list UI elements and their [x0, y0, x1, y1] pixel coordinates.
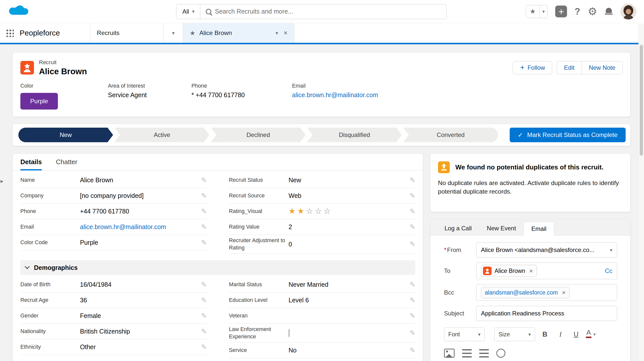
tab-actions-chevron-icon[interactable]: ▾ [276, 30, 278, 36]
demographics-left-column: Date of Birth 16/04/1984 ✎ Recruit Age 3… [20, 277, 207, 358]
salesforce-logo-icon[interactable] [8, 4, 30, 19]
main-content: Recruit Alice Brown + Follow Edit New No… [13, 52, 630, 361]
font-select[interactable]: Font ▾ [444, 328, 485, 341]
user-avatar[interactable] [620, 4, 636, 20]
field-row-email: Email alice.brown.hr@mailinator.com ✎ [20, 219, 207, 235]
email-link[interactable]: alice.brown.hr@mailinator.com [292, 91, 623, 99]
edit-pencil-icon[interactable]: ✎ [410, 346, 415, 354]
nav-tab-dropdown[interactable]: ▾ [164, 23, 183, 43]
global-actions-button[interactable]: + [555, 6, 567, 17]
setup-gear-icon[interactable]: ⚙ [588, 6, 597, 17]
numbered-list-icon[interactable] [479, 349, 489, 358]
edit-pencil-icon[interactable]: ✎ [410, 240, 415, 248]
help-icon[interactable]: ? [575, 6, 580, 17]
notifications-bell-icon[interactable] [605, 8, 613, 16]
edit-pencil-icon[interactable]: ✎ [410, 281, 415, 289]
duplicates-body: No duplicate rules are activated. Activa… [438, 179, 623, 196]
path-stage-converted[interactable]: Converted [403, 128, 498, 142]
tab-new-event[interactable]: New Event [479, 222, 524, 235]
recruit-mini-icon [483, 267, 492, 275]
plus-icon: + [520, 64, 525, 71]
tab-chatter[interactable]: Chatter [56, 154, 77, 170]
app-launcher-button[interactable] [0, 23, 20, 43]
edit-pencil-icon[interactable]: ✎ [410, 223, 415, 231]
edit-pencil-icon[interactable]: ✎ [201, 281, 207, 289]
size-select[interactable]: Size ▾ [494, 328, 535, 341]
edit-button[interactable]: Edit [557, 61, 582, 74]
tab-email[interactable]: Email [524, 222, 554, 235]
chevron-down-icon[interactable]: ▾ [540, 5, 547, 18]
path-card: New Active Declined Disqualified Convert… [13, 124, 630, 146]
nav-tab-recruits[interactable]: Recruits [90, 23, 164, 43]
favorites-button[interactable]: ★ ▾ [526, 5, 548, 18]
expand-left-panel-arrow[interactable]: ▸ [1, 178, 4, 185]
bulleted-list-icon[interactable] [462, 349, 472, 358]
bcc-field[interactable]: alandsman@salesforce.com × [476, 284, 617, 301]
edit-pencil-icon[interactable]: ✎ [410, 312, 415, 320]
section-demographics[interactable]: Demographics [20, 260, 415, 275]
duplicates-icon [438, 161, 450, 173]
favorites-star-icon[interactable]: ★ [526, 5, 540, 18]
text-color-button[interactable]: A ▾ [586, 329, 596, 340]
cc-link[interactable]: Cc [605, 267, 612, 274]
follow-button[interactable]: + Follow [513, 61, 552, 74]
bcc-recipient-pill[interactable]: alandsman@salesforce.com × [481, 287, 570, 298]
edit-pencil-icon[interactable]: ✎ [201, 176, 207, 184]
to-recipient-pill[interactable]: Alice Brown × [481, 265, 537, 277]
rating-stars[interactable]: ★★☆☆☆ [289, 207, 332, 215]
edit-pencil-icon[interactable]: ✎ [201, 296, 207, 304]
edit-pencil-icon[interactable]: ✎ [410, 296, 415, 304]
record-detail-card: Details Chatter Name Alice Brown ✎ Compa… [13, 154, 423, 361]
to-field[interactable]: Alice Brown × Cc [476, 263, 617, 279]
tab-log-a-call[interactable]: Log a Call [437, 222, 479, 235]
edit-pencil-icon[interactable]: ✎ [201, 239, 207, 247]
edit-pencil-icon[interactable]: ✎ [201, 223, 207, 231]
edit-pencil-icon[interactable]: ✎ [201, 312, 207, 320]
duplicates-card: We found no potential duplicates of this… [430, 154, 630, 212]
search-input[interactable] [215, 8, 446, 15]
field-row-recruit-status: Recruit Status New ✎ [229, 172, 415, 188]
detail-tabs: Details Chatter [13, 154, 423, 170]
edit-pencil-icon[interactable]: ✎ [201, 343, 207, 351]
email-link[interactable]: alice.brown.hr@mailinator.com [80, 223, 198, 231]
path-stage-new[interactable]: New [18, 128, 113, 142]
path-stage-disqualified[interactable]: Disqualified [307, 128, 402, 142]
color-chip-button[interactable]: Purple [20, 93, 58, 110]
subject-value: Application Readiness Process [481, 310, 564, 317]
scrollbar-thumb[interactable] [640, 45, 643, 156]
remove-recipient-icon[interactable]: × [562, 289, 566, 296]
divider [200, 4, 200, 19]
law-enforcement-checkbox[interactable] [289, 329, 290, 337]
edit-pencil-icon[interactable]: ✎ [410, 207, 415, 215]
field-row-veteran: Veteran ✎ [229, 308, 415, 324]
edit-pencil-icon[interactable]: ✎ [410, 192, 415, 200]
edit-pencil-icon[interactable]: ✎ [410, 176, 415, 184]
tab-details[interactable]: Details [20, 154, 42, 170]
edit-pencil-icon[interactable]: ✎ [410, 329, 415, 337]
subject-input[interactable]: Application Readiness Process [476, 306, 617, 321]
edit-pencil-icon[interactable]: ✎ [201, 192, 207, 200]
bold-button[interactable]: B [539, 328, 551, 341]
to-recipient-name: Alice Brown [495, 268, 525, 274]
close-tab-icon[interactable]: × [284, 29, 288, 37]
search-icon [206, 9, 211, 14]
insert-image-icon[interactable] [444, 349, 455, 358]
emoji-icon[interactable] [496, 349, 505, 358]
mark-status-complete-button[interactable]: ✓ Mark Recruit Status as Complete [510, 128, 626, 142]
detail-right-column: Recruit Status New ✎ Recruit Source Web … [229, 172, 415, 254]
search-scope-dropdown[interactable]: All ▾ [176, 4, 200, 19]
scrollbar-track[interactable] [638, 24, 644, 361]
underline-button[interactable]: U [570, 328, 582, 341]
field-row-law-enforcement: Law Enforcement Experience ✎ [229, 324, 415, 343]
edit-pencil-icon[interactable]: ✎ [201, 207, 207, 215]
path-stage-active[interactable]: Active [115, 128, 210, 142]
nav-tab-recruits-label: Recruits [97, 29, 119, 37]
italic-button[interactable]: I [555, 328, 566, 341]
remove-recipient-icon[interactable]: × [529, 268, 533, 274]
new-note-button[interactable]: New Note [582, 61, 623, 74]
from-select[interactable]: Alice Brown <alandsman@salesforce.co... … [476, 242, 617, 258]
edit-pencil-icon[interactable]: ✎ [201, 328, 207, 336]
app-launcher-waffle-icon [6, 29, 14, 37]
workspace-tab-alice-brown[interactable]: ★ Alice Brown ▾ × [183, 23, 294, 43]
path-stage-declined[interactable]: Declined [211, 128, 306, 142]
